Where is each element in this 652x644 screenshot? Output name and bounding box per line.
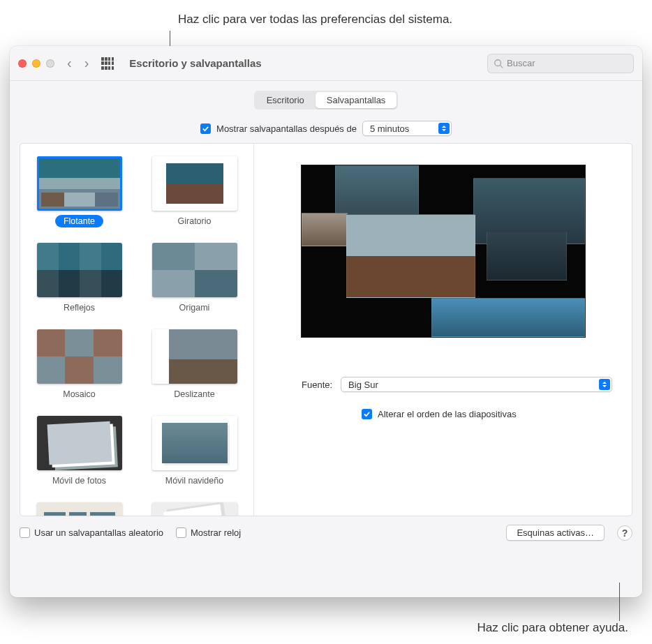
show-after-checkbox[interactable] bbox=[200, 123, 211, 134]
screensaver-label: Flotante bbox=[55, 215, 103, 227]
svg-point-0 bbox=[495, 59, 501, 66]
screensaver-thumbnail bbox=[37, 416, 122, 470]
screensaver-label: Deslizante bbox=[165, 388, 223, 400]
screensaver-item-giratorio[interactable]: Giratorio bbox=[147, 156, 242, 227]
tab-desktop[interactable]: Escritorio bbox=[255, 92, 316, 108]
search-placeholder: Buscar bbox=[507, 58, 535, 68]
titlebar: ‹ › Escritorio y salvapantallas Buscar bbox=[10, 46, 642, 81]
screensaver-list[interactable]: FlotanteGiratorioReflejosOrigamiMosaicoD… bbox=[20, 144, 254, 516]
shuffle-label: Alterar el orden de las diapositivas bbox=[378, 409, 517, 419]
screensaver-label: Mosaico bbox=[54, 388, 104, 400]
clock-label: Mostrar reloj bbox=[191, 527, 241, 538]
hot-corners-button[interactable]: Esquinas activas… bbox=[506, 525, 605, 541]
preview-image bbox=[431, 298, 585, 337]
screensaver-panel: FlotanteGiratorioReflejosOrigamiMosaicoD… bbox=[20, 143, 632, 516]
help-button[interactable]: ? bbox=[617, 525, 632, 541]
random-label: Usar un salvapantallas aleatorio bbox=[34, 527, 163, 538]
zoom-window-button bbox=[46, 59, 54, 68]
tab-segmented-control: Escritorio Salvapantallas bbox=[254, 91, 399, 110]
screensaver-thumbnail bbox=[37, 329, 122, 384]
screensaver-item-mural[interactable]: Mural bbox=[31, 502, 127, 516]
screensaver-thumbnail bbox=[152, 329, 237, 384]
screensaver-thumbnail bbox=[152, 416, 237, 470]
minimize-window-button[interactable] bbox=[32, 59, 40, 68]
source-label: Fuente: bbox=[302, 380, 332, 390]
preview-image bbox=[335, 165, 419, 221]
show-after-value: 5 minutos bbox=[370, 123, 409, 134]
show-after-label: Mostrar salvapantallas después de bbox=[216, 123, 357, 134]
screensaver-item-mosaico[interactable]: Mosaico bbox=[31, 329, 127, 400]
screensaver-thumbnail bbox=[37, 243, 122, 297]
tab-screensaver[interactable]: Salvapantallas bbox=[316, 92, 397, 108]
screensaver-item-reflejos[interactable]: Reflejos bbox=[31, 243, 127, 314]
screensaver-item-flotante[interactable]: Flotante bbox=[31, 156, 127, 227]
stepper-icon bbox=[599, 379, 610, 390]
shuffle-checkbox[interactable] bbox=[362, 409, 372, 419]
screensaver-item-origami[interactable]: Origami bbox=[147, 243, 242, 314]
screensaver-thumbnail bbox=[37, 156, 122, 211]
preview-image bbox=[487, 232, 567, 280]
callout-line bbox=[619, 583, 620, 621]
callout-help: Haz clic para obtener ayuda. bbox=[314, 621, 628, 635]
screensaver-thumbnail bbox=[37, 502, 122, 516]
screensaver-item-deslizante[interactable]: Deslizante bbox=[147, 329, 242, 400]
search-icon bbox=[494, 59, 503, 68]
source-select[interactable]: Big Sur bbox=[341, 377, 612, 392]
screensaver-item-movilfotos[interactable]: Móvil de fotos bbox=[31, 416, 127, 487]
close-window-button[interactable] bbox=[18, 59, 27, 68]
window-controls bbox=[18, 59, 54, 68]
screensaver-thumbnail bbox=[152, 243, 237, 297]
svg-line-1 bbox=[501, 65, 503, 68]
window-title: Escritorio y salvapantallas bbox=[129, 57, 261, 69]
random-checkbox[interactable] bbox=[20, 527, 30, 538]
screensaver-label: Reflejos bbox=[55, 301, 103, 314]
screensaver-label: Móvil de fotos bbox=[44, 474, 114, 487]
callout-grid: Haz clic para ver todas las preferencias… bbox=[178, 13, 452, 27]
show-all-icon[interactable] bbox=[101, 57, 114, 70]
stepper-icon bbox=[438, 123, 450, 134]
search-field[interactable]: Buscar bbox=[487, 54, 634, 73]
clock-checkbox[interactable] bbox=[176, 527, 186, 538]
show-after-select[interactable]: 5 minutos bbox=[362, 121, 452, 136]
source-value: Big Sur bbox=[348, 380, 378, 390]
screensaver-thumbnail bbox=[152, 502, 237, 516]
nav-arrows: ‹ › bbox=[67, 55, 89, 71]
preferences-window: ‹ › Escritorio y salvapantallas Buscar E… bbox=[10, 46, 642, 597]
screensaver-item-copias[interactable]: Copias clásicas bbox=[147, 502, 242, 516]
screensaver-preview[interactable] bbox=[301, 165, 586, 338]
preview-image bbox=[302, 213, 348, 246]
screensaver-item-movilnav[interactable]: Móvil navideño bbox=[147, 416, 242, 487]
forward-button[interactable]: › bbox=[84, 55, 89, 71]
preview-image bbox=[346, 214, 475, 298]
screensaver-label: Giratorio bbox=[170, 215, 220, 227]
screensaver-label: Origami bbox=[171, 301, 218, 314]
bottom-bar: Usar un salvapantallas aleatorio Mostrar… bbox=[10, 516, 642, 551]
screensaver-label: Móvil navideño bbox=[157, 474, 232, 487]
back-button[interactable]: ‹ bbox=[67, 55, 72, 71]
screensaver-thumbnail bbox=[152, 156, 237, 211]
